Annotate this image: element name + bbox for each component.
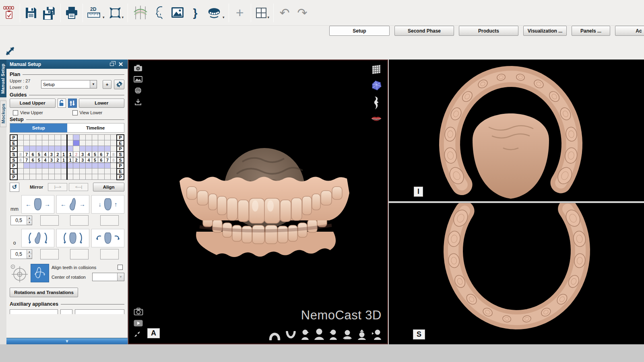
download-icon[interactable] bbox=[134, 99, 142, 105]
grid-cell[interactable] bbox=[67, 146, 73, 152]
grid-cell[interactable] bbox=[92, 163, 98, 169]
grid-cell[interactable] bbox=[86, 169, 92, 174]
grid-cell[interactable] bbox=[111, 146, 117, 152]
grid-cell[interactable] bbox=[98, 169, 104, 174]
grid-cell[interactable] bbox=[30, 163, 36, 169]
fit-view-button[interactable]: ▾ bbox=[107, 2, 125, 23]
swap-arches-button[interactable] bbox=[68, 99, 77, 108]
main-3d-viewport[interactable]: A NemoCast 3D bbox=[128, 60, 388, 344]
grid-cell[interactable] bbox=[17, 169, 23, 174]
undo-button[interactable]: ↶ bbox=[277, 2, 293, 23]
grid-cell[interactable]: 5 bbox=[36, 157, 42, 163]
rotation-center-target-icon[interactable] bbox=[10, 263, 28, 283]
grid-cell[interactable]: 2 bbox=[73, 152, 79, 157]
lower-arch-icon[interactable] bbox=[285, 331, 296, 340]
grid-cell[interactable] bbox=[111, 135, 117, 140]
grid-cell[interactable] bbox=[104, 135, 110, 140]
lips-icon[interactable] bbox=[370, 115, 382, 123]
grid-cell[interactable]: 7 bbox=[104, 157, 110, 163]
grid-cell[interactable] bbox=[92, 135, 98, 140]
crosshair-plus-button[interactable]: + bbox=[232, 2, 248, 23]
collapse-icon[interactable] bbox=[134, 331, 141, 338]
move-mesiodistal-button[interactable]: ← → bbox=[21, 195, 54, 214]
translation-step-spinner[interactable]: 0,5 ▲▼ bbox=[10, 216, 32, 225]
center-of-rotation-dropdown[interactable]: ▼ bbox=[92, 273, 124, 281]
grid-row-label[interactable]: P bbox=[117, 135, 124, 140]
grid-cell[interactable] bbox=[79, 169, 85, 174]
grid-cell[interactable] bbox=[36, 169, 42, 174]
auxiliary-button[interactable] bbox=[60, 309, 72, 314]
grid-cell[interactable]: 7 bbox=[23, 157, 29, 163]
grid-row-label[interactable]: S bbox=[117, 157, 124, 163]
grid-cell[interactable] bbox=[61, 174, 67, 180]
grid-cell[interactable]: 4 bbox=[86, 152, 92, 157]
grid-cell[interactable] bbox=[92, 140, 98, 146]
grid-cell[interactable] bbox=[23, 174, 29, 180]
voxel-grid-icon[interactable] bbox=[371, 64, 382, 75]
grid-cell[interactable] bbox=[111, 174, 117, 180]
grid-cell[interactable] bbox=[92, 174, 98, 180]
close-panel-button[interactable]: ✕ bbox=[117, 61, 124, 68]
add-plan-button[interactable]: + bbox=[103, 80, 111, 89]
translation-value-field[interactable] bbox=[40, 215, 59, 226]
mesh-icon[interactable] bbox=[371, 80, 382, 91]
grid-cell[interactable] bbox=[48, 174, 54, 180]
grid-cell[interactable]: 3 bbox=[48, 152, 54, 157]
grid-cell[interactable]: 1 bbox=[61, 157, 67, 163]
side-tab-manual-setup[interactable]: Manual Setup bbox=[0, 60, 6, 97]
grid-cell[interactable] bbox=[104, 146, 110, 152]
grid-cell[interactable] bbox=[61, 163, 67, 169]
grid-cell[interactable] bbox=[67, 163, 73, 169]
grid-cell[interactable] bbox=[104, 169, 110, 174]
grid-row-label[interactable]: S bbox=[10, 157, 17, 163]
grid-cell[interactable] bbox=[73, 146, 79, 152]
grid-cell[interactable] bbox=[48, 140, 54, 146]
image-gallery-button[interactable] bbox=[169, 2, 186, 23]
rotation-value-field[interactable] bbox=[100, 249, 119, 259]
grid-cell[interactable] bbox=[23, 169, 29, 174]
grid-cell[interactable]: 5 bbox=[92, 157, 98, 163]
grid-cell[interactable] bbox=[79, 140, 85, 146]
grid-cell[interactable] bbox=[92, 146, 98, 152]
grid-cell[interactable] bbox=[30, 140, 36, 146]
grid-cell[interactable]: 8 bbox=[17, 157, 23, 163]
grid-cell[interactable] bbox=[61, 146, 67, 152]
align-button[interactable]: Align bbox=[93, 183, 124, 191]
grid-row-label[interactable]: E bbox=[117, 169, 124, 174]
ruler-2d-button[interactable]: 2D ▾ bbox=[86, 2, 106, 23]
grid-row-label[interactable]: P bbox=[117, 174, 124, 180]
grid-cell[interactable]: 2 bbox=[55, 152, 61, 157]
undock-panel-button[interactable] bbox=[108, 61, 116, 68]
grid-cell[interactable] bbox=[104, 163, 110, 169]
toolbar-button-visualization[interactable]: Visualization ... bbox=[523, 26, 567, 36]
grid-cell[interactable] bbox=[98, 140, 104, 146]
grid-cell[interactable]: 4 bbox=[86, 157, 92, 163]
upper-arch-icon[interactable] bbox=[268, 330, 281, 340]
head-left-icon[interactable] bbox=[329, 329, 338, 340]
toolbar-button-ac[interactable]: Ac bbox=[615, 26, 644, 36]
grid-cell[interactable]: 2 bbox=[73, 157, 79, 163]
grid-cell[interactable]: 1 bbox=[67, 152, 73, 157]
grid-cell[interactable] bbox=[98, 174, 104, 180]
grid-cell[interactable] bbox=[67, 174, 73, 180]
plan-settings-button[interactable] bbox=[114, 80, 124, 89]
rotation-value-field[interactable] bbox=[40, 249, 59, 259]
rotations-translations-button[interactable]: Rotations and Translations bbox=[10, 288, 78, 297]
grid-cell[interactable] bbox=[61, 169, 67, 174]
head-top-icon[interactable] bbox=[357, 329, 367, 340]
grid-cell[interactable] bbox=[36, 174, 42, 180]
expand-panel-icon[interactable] bbox=[3, 44, 17, 58]
rotate-torque-button[interactable] bbox=[21, 229, 54, 247]
tab-setup[interactable]: Setup bbox=[10, 123, 67, 132]
grid-cell[interactable]: 7 bbox=[104, 152, 110, 157]
grid-cell[interactable] bbox=[48, 163, 54, 169]
load-upper-button[interactable]: Load Upper bbox=[10, 99, 56, 108]
spinner-down-icon[interactable]: ▼ bbox=[27, 254, 32, 259]
head-up-icon[interactable] bbox=[342, 329, 353, 340]
face-profile-button[interactable] bbox=[152, 2, 168, 23]
grid-cell[interactable]: 7 bbox=[23, 152, 29, 157]
mirror-left-to-right-button[interactable]: |----> bbox=[48, 183, 67, 191]
grid-row-label[interactable]: E bbox=[10, 169, 17, 174]
grid-cell[interactable] bbox=[79, 135, 85, 140]
rotate-around-center-button[interactable] bbox=[31, 264, 49, 282]
